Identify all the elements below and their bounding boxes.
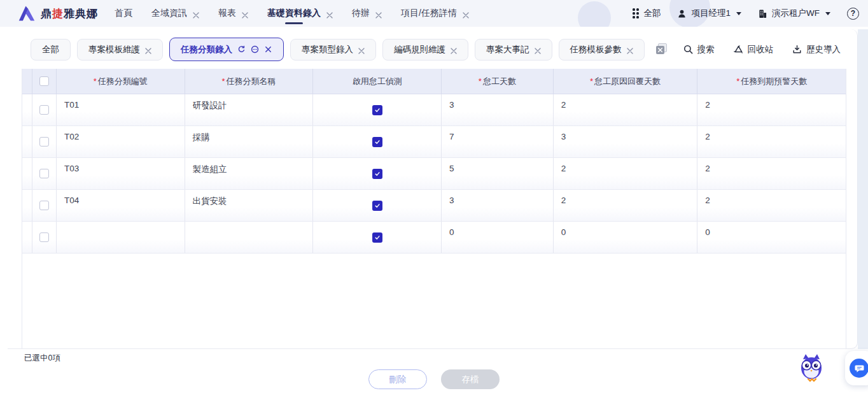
cell-reply-days[interactable]: 3 bbox=[554, 126, 698, 157]
function-tabs: 全部 專案模板維護 任務分類錄入 專案類型錄入 編碼規則維護 專案大事記 bbox=[31, 38, 666, 61]
cell-name[interactable] bbox=[185, 222, 314, 253]
logo-mark-icon bbox=[18, 5, 36, 22]
close-icon[interactable] bbox=[193, 10, 199, 17]
subtab-all[interactable]: 全部 bbox=[31, 39, 71, 61]
chat-fab-button[interactable] bbox=[850, 359, 868, 378]
cell-reply-days[interactable]: 2 bbox=[554, 190, 698, 221]
cell-warn-days[interactable]: 2 bbox=[697, 190, 846, 221]
detect-checkbox[interactable] bbox=[372, 137, 382, 147]
cell-code[interactable]: T01 bbox=[57, 94, 185, 125]
user-icon bbox=[677, 9, 687, 18]
delete-button[interactable]: 刪除 bbox=[368, 369, 427, 389]
navbar-right: 全部 项目经理1 演示租户WF ? bbox=[633, 8, 859, 20]
row-select-checkbox[interactable] bbox=[39, 105, 49, 115]
close-icon[interactable] bbox=[145, 46, 151, 53]
cell-code[interactable]: T03 bbox=[57, 158, 185, 189]
subtab-task-template-params[interactable]: 任務模板參數 bbox=[559, 39, 645, 61]
cell-name[interactable]: 製造組立 bbox=[185, 158, 314, 189]
recycle-bin-button[interactable]: 回收站 bbox=[734, 44, 774, 55]
subtab-task-category-entry[interactable]: 任務分類錄入 bbox=[169, 38, 284, 61]
cell-idle-days[interactable]: 3 bbox=[442, 190, 554, 221]
cell-code[interactable]: T04 bbox=[57, 190, 185, 221]
main-nav-tabs: 首頁 全域資訊 報表 基礎資料錄入 待辦 項目/任務詳情 bbox=[115, 0, 469, 27]
workspace-all-button[interactable]: 全部 bbox=[633, 8, 661, 19]
close-icon[interactable] bbox=[358, 46, 365, 53]
save-button[interactable]: 存檔 bbox=[441, 369, 500, 389]
column-header-idle-detection: 啟用怠工偵測 bbox=[313, 69, 442, 94]
cell-warn-days[interactable]: 0 bbox=[697, 222, 846, 253]
close-icon[interactable] bbox=[326, 10, 333, 17]
subtab-project-template[interactable]: 專案模板維護 bbox=[77, 39, 163, 61]
row-select-checkbox[interactable] bbox=[39, 137, 49, 146]
brand-name: 鼎捷雅典娜 bbox=[41, 6, 98, 21]
cell-idle-days[interactable]: 3 bbox=[442, 94, 554, 125]
detect-checkbox[interactable] bbox=[372, 232, 382, 243]
nav-tab-basic-data-entry[interactable]: 基礎資料錄入 bbox=[267, 0, 333, 27]
subtab-coding-rule[interactable]: 編碼規則維護 bbox=[382, 39, 468, 61]
cell-warn-days[interactable]: 2 bbox=[697, 158, 846, 189]
cell-idle-days[interactable]: 7 bbox=[442, 126, 554, 157]
nav-tab-todo[interactable]: 待辦 bbox=[352, 0, 382, 27]
cell-idle-days[interactable]: 5 bbox=[442, 158, 554, 189]
tenant-menu[interactable]: 演示租户WF bbox=[758, 8, 830, 19]
cell-warn-days[interactable]: 2 bbox=[697, 94, 846, 125]
cell-reply-days[interactable]: 2 bbox=[554, 94, 698, 125]
chevron-down-icon bbox=[736, 12, 741, 15]
row-select-checkbox[interactable] bbox=[39, 201, 49, 210]
owl-mascot-icon[interactable] bbox=[797, 353, 826, 382]
subtab-toolbar-row: 全部 專案模板維護 任務分類錄入 專案類型錄入 編碼規則維護 專案大事記 bbox=[8, 29, 857, 67]
apps-grid-icon bbox=[633, 8, 639, 18]
table-toolbar: 搜索 回收站 歷史導入 bbox=[683, 44, 841, 55]
row-select-checkbox[interactable] bbox=[39, 232, 49, 242]
select-all-checkbox[interactable] bbox=[39, 76, 49, 86]
detect-checkbox[interactable] bbox=[372, 105, 382, 115]
search-button[interactable]: 搜索 bbox=[683, 44, 715, 55]
close-icon[interactable] bbox=[463, 10, 469, 17]
building-icon bbox=[758, 9, 767, 18]
close-icon[interactable] bbox=[451, 46, 457, 53]
row-handle bbox=[22, 222, 32, 253]
close-all-tabs-icon[interactable] bbox=[656, 45, 666, 55]
nav-tab-reports[interactable]: 報表 bbox=[218, 0, 248, 27]
cell-idle-days[interactable]: 0 bbox=[442, 222, 554, 253]
refresh-icon[interactable] bbox=[237, 45, 246, 54]
detect-checkbox[interactable] bbox=[372, 201, 382, 211]
nav-tab-global-info[interactable]: 全域資訊 bbox=[151, 0, 199, 27]
help-icon[interactable]: ? bbox=[847, 8, 859, 20]
row-handle bbox=[22, 190, 32, 221]
close-icon[interactable] bbox=[627, 46, 633, 53]
column-header-task-category-code: *任務分類編號 bbox=[57, 69, 185, 94]
close-icon[interactable] bbox=[264, 45, 272, 54]
more-options-icon[interactable] bbox=[251, 45, 259, 54]
user-menu[interactable]: 项目经理1 bbox=[677, 8, 741, 19]
cell-name[interactable]: 採購 bbox=[185, 126, 314, 157]
content-card: 全部 專案模板維護 任務分類錄入 專案類型錄入 編碼規則維護 專案大事記 bbox=[8, 29, 858, 349]
detect-checkbox[interactable] bbox=[372, 169, 382, 179]
row-handle bbox=[22, 158, 32, 189]
recycle-icon bbox=[734, 45, 743, 54]
cell-code[interactable]: T02 bbox=[57, 126, 185, 157]
decor-circle bbox=[578, 1, 611, 27]
table-row: T01 研發設計 3 2 2 bbox=[22, 94, 846, 126]
cell-name[interactable]: 出貨安裝 bbox=[185, 190, 314, 221]
download-icon bbox=[792, 45, 802, 54]
history-import-button[interactable]: 歷史導入 bbox=[792, 44, 841, 55]
table-row: T04 出貨安裝 3 2 2 bbox=[22, 190, 846, 222]
search-icon bbox=[683, 45, 693, 54]
cell-reply-days[interactable]: 2 bbox=[554, 158, 698, 189]
row-select-checkbox[interactable] bbox=[39, 169, 49, 178]
cell-code[interactable] bbox=[57, 222, 185, 253]
subtab-project-milestones[interactable]: 專案大事記 bbox=[475, 39, 552, 61]
cell-warn-days[interactable]: 2 bbox=[697, 126, 846, 157]
nav-tab-project-task-detail[interactable]: 項目/任務詳情 bbox=[401, 0, 469, 27]
column-header-warning-days: *任務到期預警天數 bbox=[697, 69, 846, 94]
cell-reply-days[interactable]: 0 bbox=[554, 222, 698, 253]
close-icon[interactable] bbox=[535, 46, 541, 53]
subtab-project-type-entry[interactable]: 專案類型錄入 bbox=[290, 39, 376, 61]
close-icon[interactable] bbox=[375, 10, 382, 17]
page-background-strip bbox=[858, 29, 868, 349]
cell-name[interactable]: 研發設計 bbox=[185, 94, 314, 125]
close-icon[interactable] bbox=[242, 10, 248, 17]
chat-fab-tray bbox=[845, 351, 868, 385]
nav-tab-home[interactable]: 首頁 bbox=[115, 0, 132, 27]
